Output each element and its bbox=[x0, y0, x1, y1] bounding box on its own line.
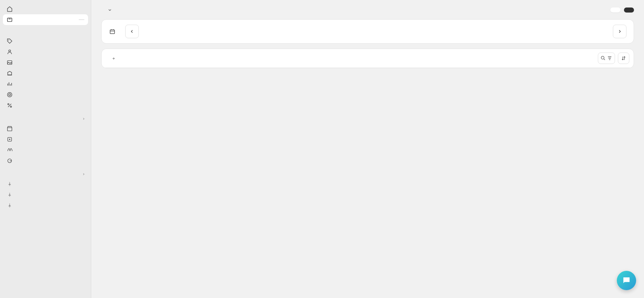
stats-next-button[interactable] bbox=[613, 25, 626, 38]
nav-experiences[interactable] bbox=[3, 179, 88, 189]
svg-point-12 bbox=[601, 56, 604, 59]
chevron-right-icon: › bbox=[83, 116, 84, 121]
svg-rect-11 bbox=[110, 30, 115, 34]
pin-icon bbox=[6, 181, 13, 187]
nav-orders[interactable] bbox=[3, 14, 88, 25]
nav-drafts[interactable] bbox=[16, 25, 88, 29]
nav-abandoned[interactable] bbox=[16, 32, 88, 36]
nav-home[interactable] bbox=[3, 4, 88, 14]
export-button[interactable] bbox=[610, 8, 620, 13]
stats-bar bbox=[101, 19, 634, 44]
sales-channels-header[interactable]: › bbox=[3, 111, 88, 123]
search-filter-button[interactable] bbox=[598, 53, 615, 64]
nav-marketing[interactable] bbox=[3, 89, 88, 100]
nav-customers[interactable] bbox=[3, 46, 88, 57]
nav-online-store[interactable] bbox=[3, 123, 88, 134]
orders-table-card: + bbox=[101, 49, 634, 68]
date-prev-button[interactable] bbox=[125, 25, 139, 38]
nav-content[interactable] bbox=[3, 57, 88, 68]
sidebar: › › bbox=[0, 0, 91, 298]
orders-icon bbox=[6, 16, 13, 23]
svg-point-5 bbox=[9, 94, 10, 95]
bank-icon bbox=[6, 70, 13, 76]
pin-icon bbox=[6, 192, 13, 198]
orders-badge bbox=[79, 19, 84, 20]
svg-point-6 bbox=[8, 104, 9, 105]
nav-analytics[interactable] bbox=[3, 79, 88, 89]
create-order-button[interactable] bbox=[624, 8, 634, 13]
google-icon bbox=[6, 158, 13, 164]
page-title[interactable] bbox=[101, 7, 113, 13]
nav-bss[interactable] bbox=[3, 200, 88, 211]
svg-point-1 bbox=[8, 40, 9, 40]
nav-facebook[interactable] bbox=[3, 145, 88, 155]
add-view-button[interactable]: + bbox=[109, 54, 119, 63]
svg-point-9 bbox=[9, 139, 10, 140]
svg-point-7 bbox=[10, 106, 12, 108]
tag-icon bbox=[6, 38, 13, 44]
sort-button[interactable] bbox=[618, 53, 629, 64]
nav-finances[interactable] bbox=[3, 68, 88, 79]
store-icon bbox=[6, 125, 13, 132]
home-icon bbox=[6, 6, 13, 12]
filter-bar: + bbox=[102, 49, 634, 68]
chat-fab[interactable] bbox=[617, 271, 636, 290]
nav-products[interactable] bbox=[3, 36, 88, 46]
svg-point-2 bbox=[9, 50, 10, 52]
percent-icon bbox=[6, 102, 13, 109]
nav-discounts[interactable] bbox=[3, 100, 88, 111]
nav-pos[interactable] bbox=[3, 134, 88, 145]
pin-icon bbox=[6, 202, 13, 209]
pos-icon bbox=[6, 136, 13, 143]
chart-icon bbox=[6, 81, 13, 87]
svg-rect-0 bbox=[8, 18, 12, 22]
target-icon bbox=[6, 91, 13, 98]
nav-google[interactable] bbox=[3, 155, 88, 166]
date-range[interactable] bbox=[109, 28, 119, 35]
apps-header[interactable]: › bbox=[3, 166, 88, 179]
chevron-down-icon bbox=[107, 7, 113, 13]
svg-point-4 bbox=[8, 93, 12, 97]
calendar-icon bbox=[109, 28, 116, 35]
chevron-right-icon: › bbox=[83, 171, 84, 177]
main: + bbox=[91, 0, 644, 298]
nav-shipping-labels[interactable] bbox=[16, 29, 88, 32]
image-icon bbox=[6, 59, 13, 66]
nav-shop-calendar[interactable] bbox=[3, 189, 88, 200]
meta-icon bbox=[6, 147, 13, 153]
person-icon bbox=[6, 49, 13, 55]
